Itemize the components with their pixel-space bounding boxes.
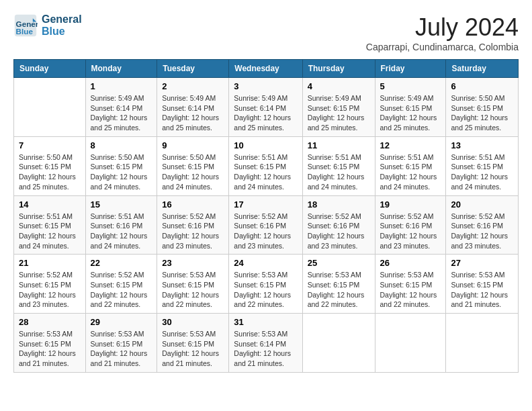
day-number: 8 bbox=[91, 140, 152, 150]
calendar-cell: 11Sunrise: 5:51 AM Sunset: 6:15 PM Dayli… bbox=[302, 136, 375, 195]
day-info: Sunrise: 5:53 AM Sunset: 6:14 PM Dayligh… bbox=[234, 329, 297, 369]
calendar-cell: 28Sunrise: 5:53 AM Sunset: 6:15 PM Dayli… bbox=[14, 314, 86, 373]
day-number: 26 bbox=[380, 258, 441, 268]
header-sunday: Sunday bbox=[14, 60, 86, 78]
day-number: 13 bbox=[451, 140, 513, 150]
day-number: 12 bbox=[380, 140, 441, 150]
day-info: Sunrise: 5:51 AM Sunset: 6:15 PM Dayligh… bbox=[308, 152, 370, 192]
day-info: Sunrise: 5:53 AM Sunset: 6:15 PM Dayligh… bbox=[162, 270, 224, 310]
day-number: 18 bbox=[308, 199, 370, 210]
day-number: 2 bbox=[162, 81, 224, 91]
calendar-cell: 13Sunrise: 5:51 AM Sunset: 6:15 PM Dayli… bbox=[446, 136, 519, 195]
page-header: General Blue General Blue July 2024 Capa… bbox=[13, 13, 519, 52]
calendar-cell: 27Sunrise: 5:53 AM Sunset: 6:15 PM Dayli… bbox=[446, 255, 519, 314]
day-number: 3 bbox=[234, 81, 297, 91]
calendar-cell: 12Sunrise: 5:51 AM Sunset: 6:15 PM Dayli… bbox=[375, 136, 446, 195]
day-info: Sunrise: 5:51 AM Sunset: 6:15 PM Dayligh… bbox=[19, 212, 81, 251]
day-info: Sunrise: 5:51 AM Sunset: 6:15 PM Dayligh… bbox=[234, 152, 297, 192]
calendar-cell bbox=[14, 78, 86, 137]
calendar-cell: 22Sunrise: 5:52 AM Sunset: 6:15 PM Dayli… bbox=[85, 255, 157, 314]
day-number: 27 bbox=[451, 258, 513, 268]
header-monday: Monday bbox=[85, 60, 157, 78]
day-info: Sunrise: 5:52 AM Sunset: 6:15 PM Dayligh… bbox=[91, 270, 152, 310]
day-number: 6 bbox=[451, 81, 513, 91]
day-info: Sunrise: 5:52 AM Sunset: 6:16 PM Dayligh… bbox=[308, 212, 370, 251]
day-number: 16 bbox=[162, 199, 224, 210]
day-number: 19 bbox=[380, 199, 441, 210]
calendar-cell: 5Sunrise: 5:49 AM Sunset: 6:15 PM Daylig… bbox=[375, 78, 446, 137]
header-saturday: Saturday bbox=[446, 60, 519, 78]
calendar-cell: 4Sunrise: 5:49 AM Sunset: 6:15 PM Daylig… bbox=[302, 78, 375, 137]
day-info: Sunrise: 5:50 AM Sunset: 6:15 PM Dayligh… bbox=[91, 152, 152, 192]
calendar-cell: 6Sunrise: 5:50 AM Sunset: 6:15 PM Daylig… bbox=[446, 78, 519, 137]
day-info: Sunrise: 5:51 AM Sunset: 6:16 PM Dayligh… bbox=[91, 212, 152, 251]
calendar-cell: 17Sunrise: 5:52 AM Sunset: 6:16 PM Dayli… bbox=[229, 195, 302, 255]
day-number: 14 bbox=[19, 199, 81, 210]
day-info: Sunrise: 5:51 AM Sunset: 6:15 PM Dayligh… bbox=[451, 152, 513, 192]
calendar-cell: 29Sunrise: 5:53 AM Sunset: 6:15 PM Dayli… bbox=[85, 314, 157, 373]
day-number: 15 bbox=[91, 199, 152, 210]
calendar-cell: 23Sunrise: 5:53 AM Sunset: 6:15 PM Dayli… bbox=[157, 255, 229, 314]
logo-text-line2: Blue bbox=[42, 26, 82, 38]
day-number: 5 bbox=[380, 81, 441, 91]
calendar-cell bbox=[375, 314, 446, 373]
day-info: Sunrise: 5:52 AM Sunset: 6:16 PM Dayligh… bbox=[234, 212, 297, 251]
day-info: Sunrise: 5:53 AM Sunset: 6:15 PM Dayligh… bbox=[380, 270, 441, 310]
day-number: 31 bbox=[234, 317, 297, 327]
calendar-cell: 8Sunrise: 5:50 AM Sunset: 6:15 PM Daylig… bbox=[85, 136, 157, 195]
day-number: 4 bbox=[308, 81, 370, 91]
day-info: Sunrise: 5:49 AM Sunset: 6:15 PM Dayligh… bbox=[308, 93, 370, 133]
calendar-cell: 21Sunrise: 5:52 AM Sunset: 6:15 PM Dayli… bbox=[14, 255, 86, 314]
calendar-cell: 19Sunrise: 5:52 AM Sunset: 6:16 PM Dayli… bbox=[375, 195, 446, 255]
header-thursday: Thursday bbox=[302, 60, 375, 78]
location-subtitle: Caparrapi, Cundinamarca, Colombia bbox=[366, 42, 519, 52]
day-number: 30 bbox=[162, 317, 224, 327]
calendar-cell: 9Sunrise: 5:50 AM Sunset: 6:15 PM Daylig… bbox=[157, 136, 229, 195]
svg-text:Blue: Blue bbox=[16, 27, 34, 36]
day-info: Sunrise: 5:50 AM Sunset: 6:15 PM Dayligh… bbox=[451, 93, 513, 133]
day-number: 21 bbox=[19, 258, 81, 268]
calendar-week-3: 14Sunrise: 5:51 AM Sunset: 6:15 PM Dayli… bbox=[14, 195, 519, 255]
day-info: Sunrise: 5:53 AM Sunset: 6:15 PM Dayligh… bbox=[451, 270, 513, 310]
day-info: Sunrise: 5:52 AM Sunset: 6:16 PM Dayligh… bbox=[380, 212, 441, 251]
calendar-cell: 26Sunrise: 5:53 AM Sunset: 6:15 PM Dayli… bbox=[375, 255, 446, 314]
calendar-cell: 3Sunrise: 5:49 AM Sunset: 6:14 PM Daylig… bbox=[229, 78, 302, 137]
calendar-cell: 31Sunrise: 5:53 AM Sunset: 6:14 PM Dayli… bbox=[229, 314, 302, 373]
day-number: 20 bbox=[451, 199, 513, 210]
calendar-cell bbox=[302, 314, 375, 373]
calendar-cell: 24Sunrise: 5:53 AM Sunset: 6:15 PM Dayli… bbox=[229, 255, 302, 314]
day-info: Sunrise: 5:53 AM Sunset: 6:15 PM Dayligh… bbox=[91, 329, 152, 369]
calendar-cell: 30Sunrise: 5:53 AM Sunset: 6:15 PM Dayli… bbox=[157, 314, 229, 373]
calendar-week-5: 28Sunrise: 5:53 AM Sunset: 6:15 PM Dayli… bbox=[14, 314, 519, 373]
calendar-cell: 7Sunrise: 5:50 AM Sunset: 6:15 PM Daylig… bbox=[14, 136, 86, 195]
day-info: Sunrise: 5:49 AM Sunset: 6:14 PM Dayligh… bbox=[234, 93, 297, 133]
calendar-week-1: 1Sunrise: 5:49 AM Sunset: 6:14 PM Daylig… bbox=[14, 78, 519, 137]
day-number: 23 bbox=[162, 258, 224, 268]
calendar-week-4: 21Sunrise: 5:52 AM Sunset: 6:15 PM Dayli… bbox=[14, 255, 519, 314]
day-info: Sunrise: 5:52 AM Sunset: 6:15 PM Dayligh… bbox=[19, 270, 81, 310]
day-number: 28 bbox=[19, 317, 81, 327]
header-tuesday: Tuesday bbox=[157, 60, 229, 78]
day-number: 7 bbox=[19, 140, 81, 150]
logo-icon: General Blue bbox=[13, 13, 38, 38]
day-info: Sunrise: 5:49 AM Sunset: 6:14 PM Dayligh… bbox=[91, 93, 152, 133]
header-friday: Friday bbox=[375, 60, 446, 78]
calendar-cell: 15Sunrise: 5:51 AM Sunset: 6:16 PM Dayli… bbox=[85, 195, 157, 255]
day-info: Sunrise: 5:51 AM Sunset: 6:15 PM Dayligh… bbox=[380, 152, 441, 192]
day-number: 22 bbox=[91, 258, 152, 268]
logo-text-line1: General bbox=[42, 13, 82, 26]
day-info: Sunrise: 5:50 AM Sunset: 6:15 PM Dayligh… bbox=[162, 152, 224, 192]
calendar-cell: 16Sunrise: 5:52 AM Sunset: 6:16 PM Dayli… bbox=[157, 195, 229, 255]
day-info: Sunrise: 5:52 AM Sunset: 6:16 PM Dayligh… bbox=[451, 212, 513, 251]
calendar-cell: 1Sunrise: 5:49 AM Sunset: 6:14 PM Daylig… bbox=[85, 78, 157, 137]
calendar-cell: 10Sunrise: 5:51 AM Sunset: 6:15 PM Dayli… bbox=[229, 136, 302, 195]
calendar-cell: 25Sunrise: 5:53 AM Sunset: 6:15 PM Dayli… bbox=[302, 255, 375, 314]
title-area: July 2024 Caparrapi, Cundinamarca, Colom… bbox=[366, 13, 519, 52]
calendar-cell bbox=[446, 314, 519, 373]
calendar-cell: 2Sunrise: 5:49 AM Sunset: 6:14 PM Daylig… bbox=[157, 78, 229, 137]
calendar-week-2: 7Sunrise: 5:50 AM Sunset: 6:15 PM Daylig… bbox=[14, 136, 519, 195]
day-number: 10 bbox=[234, 140, 297, 150]
day-info: Sunrise: 5:53 AM Sunset: 6:15 PM Dayligh… bbox=[308, 270, 370, 310]
day-number: 29 bbox=[91, 317, 152, 327]
day-number: 11 bbox=[308, 140, 370, 150]
